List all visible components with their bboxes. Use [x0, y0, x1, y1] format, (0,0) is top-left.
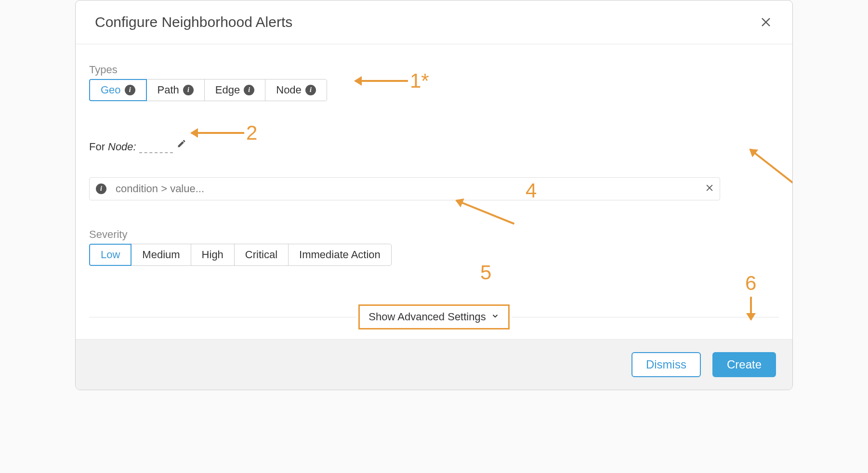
condition-input[interactable]: [89, 177, 720, 200]
severity-option-high[interactable]: High: [191, 244, 235, 266]
divider: [89, 317, 356, 317]
for-node-prefix: For: [89, 141, 105, 153]
modal-title: Configure Neighborhood Alerts: [95, 14, 292, 30]
edit-icon[interactable]: [177, 139, 186, 151]
create-button[interactable]: Create: [712, 352, 776, 377]
type-option-edge[interactable]: Edge i: [204, 79, 265, 101]
severity-option-label: Low: [101, 249, 120, 261]
for-node-entity: Node:: [108, 141, 136, 153]
info-icon[interactable]: i: [244, 85, 254, 95]
for-node-value-slot[interactable]: [139, 144, 173, 153]
info-icon[interactable]: i: [96, 184, 106, 194]
info-icon[interactable]: i: [125, 85, 135, 95]
advanced-settings-row: Show Advanced Settings: [89, 304, 779, 329]
type-option-node[interactable]: Node i: [265, 79, 327, 101]
severity-option-label: Immediate Action: [299, 249, 381, 261]
type-option-geo[interactable]: Geo i: [89, 79, 147, 101]
severity-option-immediate[interactable]: Immediate Action: [288, 244, 392, 266]
show-advanced-settings-button[interactable]: Show Advanced Settings: [358, 304, 509, 329]
modal-header: Configure Neighborhood Alerts: [76, 0, 792, 44]
type-option-label: Geo: [101, 84, 121, 96]
modal-body: Types Geo i Path i Edge i Node i For Nod…: [76, 44, 792, 339]
configure-alerts-modal: Configure Neighborhood Alerts Types Geo …: [75, 0, 793, 390]
condition-input-wrap: i: [89, 177, 720, 200]
for-node-row: For Node:: [89, 139, 779, 153]
type-option-label: Path: [158, 84, 179, 96]
types-label: Types: [89, 64, 779, 76]
severity-option-label: Critical: [245, 249, 277, 261]
footer-wrap: 6 Dismiss Create: [76, 339, 792, 390]
clear-icon[interactable]: [705, 183, 714, 195]
severity-option-label: High: [202, 249, 224, 261]
severity-option-label: Medium: [142, 249, 180, 261]
severity-option-critical[interactable]: Critical: [234, 244, 289, 266]
info-icon[interactable]: i: [305, 85, 316, 95]
close-icon[interactable]: [759, 15, 773, 29]
severity-segmented-control: Low Medium High Critical Immediate Actio…: [89, 244, 392, 266]
type-option-path[interactable]: Path i: [146, 79, 205, 101]
dismiss-button[interactable]: Dismiss: [631, 352, 701, 377]
types-segmented-control: Geo i Path i Edge i Node i: [89, 79, 327, 101]
severity-label: Severity: [89, 228, 779, 241]
type-option-label: Node: [276, 84, 302, 96]
type-option-label: Edge: [215, 84, 240, 96]
severity-option-medium[interactable]: Medium: [131, 244, 191, 266]
severity-option-low[interactable]: Low: [89, 244, 132, 266]
divider: [512, 317, 779, 317]
advanced-settings-label: Show Advanced Settings: [368, 311, 486, 323]
info-icon[interactable]: i: [183, 85, 194, 95]
chevron-down-icon: [491, 311, 500, 323]
modal-footer: Dismiss Create: [76, 339, 792, 390]
